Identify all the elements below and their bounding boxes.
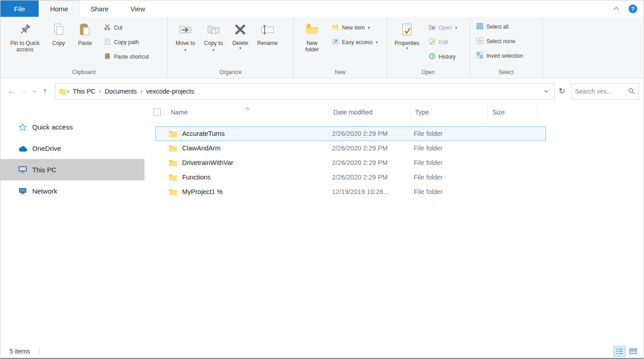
sort-ascending-icon xyxy=(245,104,250,111)
onedrive-cloud-icon xyxy=(18,145,28,152)
copy-path-button[interactable]: Copy path xyxy=(101,37,152,48)
column-header-label: Size xyxy=(492,109,505,116)
large-icons-view-icon xyxy=(629,348,637,354)
tab-view[interactable]: View xyxy=(119,0,156,17)
easy-access-button[interactable]: Easy access ▾ xyxy=(329,37,381,48)
paste-button[interactable]: Paste xyxy=(71,19,99,47)
file-list: Name Date modified Type Size AccurateTur… xyxy=(144,104,644,344)
folder-icon xyxy=(168,174,178,181)
pin-to-quick-access-button[interactable]: Pin to Quick access xyxy=(4,19,46,54)
organize-group-label: Organize xyxy=(168,68,293,78)
pin-icon xyxy=(18,21,32,38)
move-to-button[interactable]: Move to ▾ xyxy=(171,19,199,54)
tab-share[interactable]: Share xyxy=(79,0,119,17)
address-dropdown-button[interactable] xyxy=(540,84,552,99)
copy-to-button[interactable]: Copy to ▾ xyxy=(199,19,228,54)
file-name: DrivetrainWithVar xyxy=(182,159,332,166)
file-date-modified: 12/19/2019 10:28... xyxy=(332,188,414,195)
rename-label: Rename xyxy=(257,40,277,46)
details-view-button[interactable] xyxy=(614,346,625,357)
up-button[interactable]: ↑ xyxy=(39,85,51,98)
breadcrumb-vexcode-projects[interactable]: vexcode-projects xyxy=(143,88,198,95)
sidebar-item-onedrive[interactable]: OneDrive xyxy=(0,138,144,159)
recent-locations-button[interactable] xyxy=(30,85,39,98)
file-name: AccurateTurns xyxy=(182,130,332,137)
invert-selection-button[interactable]: Invert selection xyxy=(474,50,526,61)
rename-button[interactable]: Rename xyxy=(253,19,282,47)
select-none-button[interactable]: Select none xyxy=(474,36,526,47)
large-icons-view-button[interactable] xyxy=(627,346,639,357)
cut-button[interactable]: Cut xyxy=(101,22,152,33)
caret-down-icon: ▾ xyxy=(239,46,242,50)
file-type: File folder xyxy=(414,159,491,166)
select-all-checkbox[interactable] xyxy=(154,109,161,116)
folder-icon xyxy=(168,159,178,166)
tab-file[interactable]: File xyxy=(0,0,39,17)
column-header-date-modified[interactable]: Date modified xyxy=(329,104,411,121)
easy-access-icon xyxy=(332,38,339,47)
delete-button[interactable]: Delete ▾ xyxy=(228,19,253,51)
sidebar-item-label: OneDrive xyxy=(32,145,61,152)
select-all-button[interactable]: Select all xyxy=(474,21,526,32)
address-folder-icon xyxy=(59,88,67,95)
edit-icon xyxy=(429,38,436,47)
history-button[interactable]: History xyxy=(426,51,460,62)
tabstrip-right-controls: ? xyxy=(611,0,644,17)
forward-button[interactable]: → xyxy=(18,85,30,98)
breadcrumb-this-pc[interactable]: This PC xyxy=(69,88,99,95)
file-type: File folder xyxy=(414,174,491,181)
paste-label: Paste xyxy=(78,40,92,46)
search-input[interactable] xyxy=(575,88,628,95)
ribbon-group-clipboard: Pin to Quick access Copy Paste xyxy=(0,17,168,78)
ribbon-group-select: Select all Select none Invert selection xyxy=(470,17,543,78)
column-header-name[interactable]: Name xyxy=(166,104,329,121)
paste-shortcut-button[interactable]: Paste shortcut xyxy=(101,51,152,62)
edit-button[interactable]: Edit xyxy=(426,37,460,48)
ribbon-tab-strip: File Home Share View ? xyxy=(0,0,644,17)
caret-down-icon: ▾ xyxy=(184,48,187,52)
sidebar-item-label: Quick access xyxy=(32,123,73,131)
sidebar-item-network[interactable]: Network xyxy=(0,180,144,202)
column-header-size[interactable]: Size xyxy=(488,104,538,121)
open-button[interactable]: Open ▾ xyxy=(426,22,460,33)
back-button[interactable]: ← xyxy=(5,85,18,98)
properties-button[interactable]: Properties ▾ xyxy=(391,19,423,51)
file-row-accurateturns[interactable]: AccurateTurns 2/26/2020 2:29 PM File fol… xyxy=(155,126,546,141)
breadcrumb-documents[interactable]: Documents xyxy=(101,88,140,95)
tab-home[interactable]: Home xyxy=(39,0,79,17)
move-to-icon xyxy=(178,21,192,38)
file-row-clawandarm[interactable]: ClawAndArm 2/26/2020 2:29 PM File folder xyxy=(155,141,546,155)
caret-down-icon: ▾ xyxy=(376,40,378,45)
cut-icon xyxy=(104,24,111,32)
folder-icon xyxy=(168,130,178,137)
select-group-label: Select xyxy=(470,68,542,78)
file-rows: AccurateTurns 2/26/2020 2:29 PM File fol… xyxy=(144,126,644,199)
file-row-functions[interactable]: Functions 2/26/2020 2:29 PM File folder xyxy=(155,170,546,184)
file-row-myproject1[interactable]: MyProject1 % 12/19/2019 10:28... File fo… xyxy=(155,184,546,199)
address-bar[interactable]: › This PC › Documents › vexcode-projects xyxy=(55,83,555,100)
new-group-label: New xyxy=(294,68,386,78)
sidebar-item-this-pc[interactable]: This PC xyxy=(0,159,144,180)
select-all-label: Select all xyxy=(486,24,509,30)
new-folder-button[interactable]: New folder xyxy=(297,19,327,54)
collapse-ribbon-button[interactable] xyxy=(611,4,621,14)
paste-shortcut-icon xyxy=(104,53,111,61)
new-folder-label: New folder xyxy=(302,40,322,53)
help-button[interactable]: ? xyxy=(629,5,637,13)
search-icon xyxy=(628,88,635,95)
paste-icon xyxy=(78,21,92,38)
column-header-type[interactable]: Type xyxy=(411,104,488,121)
delete-icon xyxy=(233,21,247,38)
refresh-button[interactable]: ↻ xyxy=(555,83,569,100)
folder-icon xyxy=(168,188,178,195)
sidebar-item-quick-access[interactable]: Quick access xyxy=(0,116,144,138)
clipboard-group-label: Clipboard xyxy=(0,68,167,78)
sidebar-item-label: Network xyxy=(32,187,57,195)
file-name: ClawAndArm xyxy=(182,145,332,152)
move-to-label: Move to xyxy=(176,40,195,46)
copy-icon xyxy=(52,21,65,38)
navigation-pane: Quick access OneDrive This PC Network xyxy=(0,104,144,344)
new-item-button[interactable]: New item ▾ xyxy=(329,22,381,33)
file-row-drivetrainwithvar[interactable]: DrivetrainWithVar 2/26/2020 2:29 PM File… xyxy=(155,155,546,170)
copy-button[interactable]: Copy xyxy=(46,19,71,47)
